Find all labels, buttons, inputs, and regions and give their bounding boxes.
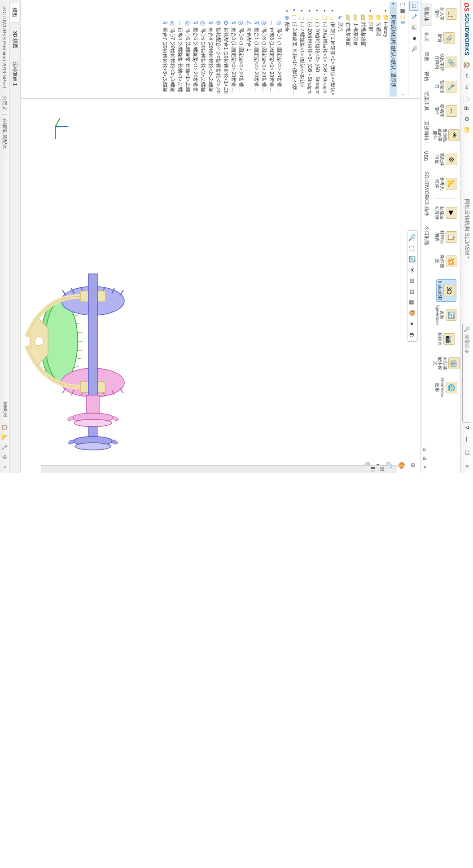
view-toolbar-button[interactable]: ◐ [408, 330, 416, 339]
tree-item[interactable]: ↳原点 [337, 2, 344, 97]
tree-item[interactable]: ◎同心3 (1.固定架<1>,20齿锥齿轮 [260, 2, 268, 97]
ribbon-cmd-更新Speedpak[interactable]: 🔄更新 Speedpak [434, 304, 459, 326]
taskpane-button[interactable]: ⊕ [409, 461, 418, 470]
panel-tool-icon[interactable]: ⊕ [400, 20, 406, 25]
view-toolbar-button[interactable]: ⊟ [408, 287, 416, 295]
view-toolbar-button[interactable]: ⊞ [408, 277, 416, 285]
qat-open-icon[interactable]: 📁 [463, 126, 471, 134]
ribbon-tab-直接编辑[interactable]: 直接编辑 [421, 117, 432, 144]
tree-item[interactable]: ◎同心7 (20齿锥齿轮<3>,3.螺旋 [169, 2, 176, 97]
tree-item[interactable]: ▾⊗配合 [283, 2, 291, 97]
ribbon-cmd-插入零部件[interactable]: ⬚插入零 部件 [434, 3, 459, 25]
tree-item[interactable]: ▸⬚(-) 20齿锥齿轮<2> (GB - Straight [314, 2, 321, 97]
feature-panel-tab[interactable]: 🔧 [410, 12, 420, 22]
tree-item[interactable]: ▸⬚(-) 20齿锥齿轮<1> (GB - Straight [321, 2, 329, 97]
tree-item[interactable]: ⚙齿轮配合1 (20齿锥齿轮<1>,20 [222, 2, 230, 97]
close-button[interactable]: ✕ [464, 462, 470, 471]
tree-item[interactable]: ⚙齿轮配合2 (20齿锥齿轮<2>,20 [215, 2, 222, 97]
tree-toggle-icon[interactable]: ▸ [300, 9, 305, 13]
tree-item[interactable]: ⊼重合1 (1.固定架<1>,20齿锥齿轮 [253, 2, 260, 97]
taskpane-tab-icon[interactable]: ◧ [370, 467, 377, 473]
tree-item[interactable]: ▸⬚(固定) 1.固定架<1> (默认<<默认> [329, 2, 337, 97]
view-toolbar-button[interactable]: ▦ [408, 298, 416, 306]
tree-toggle-icon[interactable]: ▸ [293, 9, 297, 13]
tree-toggle-icon[interactable]: ▸ [331, 9, 335, 13]
view-toolbar-button[interactable]: 🔍 [408, 234, 416, 242]
ribbon-cmd-RealView图形[interactable]: 🌐RealView 图形 [434, 376, 459, 399]
ribbon-cmd-配合[interactable]: 📎配合 [437, 27, 456, 49]
minimize-button[interactable]: — [464, 435, 470, 444]
ribbon-cmd-智能扣件[interactable]: 🔧智能扣 件 [434, 75, 459, 98]
qat-redo-icon[interactable]: ↪ [463, 83, 471, 91]
ribbon-cmd-显示隐藏的零部件[interactable]: 👁显示隐 藏的零 部件 [432, 124, 461, 146]
status-units[interactable]: MMGS [1, 398, 9, 421]
panel-tool-icon[interactable]: ⬚ [400, 14, 406, 19]
tree-item[interactable]: 上视基准面 [352, 2, 359, 97]
tree-expand-icon[interactable]: ▾ [391, 2, 396, 6]
tree-item[interactable]: ▸⬚(-) 20齿锥齿轮<3> (GB - Straight [306, 2, 314, 97]
orientation-triad[interactable] [42, 113, 69, 140]
tree-item[interactable]: 📁传感器 [375, 2, 382, 97]
tree-item[interactable]: ⊼重合7 (20齿锥齿轮<3>,3.螺旋 [161, 2, 169, 97]
tree-item[interactable]: ◎同心5 (20齿锥齿轮<2>,2.螺旋 [199, 2, 207, 97]
feature-panel-tab[interactable]: 🔍 [410, 44, 420, 54]
tree-item[interactable]: ◎同心6 (3.螺旋桨 长轴<1>,2.螺 [184, 2, 192, 97]
status-help-icon[interactable]: ? [1, 463, 9, 471]
ribbon-tab-布局[interactable]: 布局 [421, 28, 432, 45]
ribbon-cmd-拍快照[interactable]: 📷拍快照 [437, 328, 456, 350]
ribbon-cmd-参考几何体[interactable]: 📐参考几 何体 [434, 172, 459, 195]
tree-toggle-icon[interactable]: ▸ [369, 9, 373, 13]
tree-toggle-icon[interactable]: ▸ [323, 9, 328, 13]
qat-new-icon[interactable]: 📄 [463, 93, 471, 101]
panel-tool-icon[interactable]: ⬚ [400, 3, 406, 8]
ribbon-cmd-Instant3D[interactable]: 3DInstant3D [436, 279, 456, 302]
status-icon[interactable]: 📐 [1, 434, 9, 441]
status-icon[interactable]: ⚙ [1, 454, 9, 461]
tree-item[interactable]: 前视基准面 [359, 2, 367, 97]
tree-item[interactable]: ▸📁注解 [367, 2, 375, 97]
ribbon-cmd-爆炸视图[interactable]: 💥爆炸视 图 [434, 250, 459, 273]
tree-item[interactable]: ◎同心1 (1.固定架<1>,20齿锥齿轮 [276, 2, 283, 97]
close-doc-icon[interactable]: ✕ [421, 463, 429, 471]
ribbon-tab-草图[interactable]: 草图 [421, 48, 432, 65]
tree-toggle-icon[interactable]: ▸ [315, 9, 320, 13]
ribbon-cmd-装配体特征[interactable]: ⚙装配体 特征 [434, 148, 459, 171]
tree-toggle-icon[interactable]: ▸ [384, 9, 388, 13]
feature-panel-tab[interactable]: ⊕ [410, 33, 420, 43]
ribbon-expand-icon[interactable]: ⊞ [421, 454, 429, 462]
ribbon-tab-渲染工具[interactable]: 渲染工具 [421, 88, 432, 115]
bottom-tab-3D 视图[interactable]: 3D 视图 [10, 26, 20, 53]
panel-tool-icon[interactable]: ▦ [400, 9, 406, 13]
ribbon-cmd-材料明细表[interactable]: 📋材料明 细表 [434, 226, 459, 248]
chevron-right-icon[interactable]: › [400, 94, 406, 96]
tree-toggle-icon[interactable]: ▾ [285, 9, 289, 13]
tree-root-assembly[interactable]: ▾ ⬚ 同轴反转机构 (默认<默认_显示状态-1>) [390, 2, 397, 97]
bottom-tab-模型[interactable]: 模型 [11, 3, 20, 22]
tree-item[interactable]: ▸⬚(-) 3.螺旋桨 长轴<1> (默认<<默认> [291, 2, 298, 97]
graphics-viewport[interactable]: 🔍⬚🔄👁⊞⊟▦🎨●◐ ⊕🎨🔗●🔍 [21, 99, 420, 473]
tree-item[interactable]: ◎同心4 (1.固定架<1>,20齿锥齿轮 [237, 2, 245, 97]
tree-item[interactable]: ↔距离3 (3.螺旋桨 长轴<1>,2.螺 [176, 2, 184, 97]
ribbon-cmd-移动零部件[interactable]: ↔移动零 部件 [434, 100, 459, 122]
qat-undo-icon[interactable]: ↩ [463, 72, 471, 80]
tree-item[interactable]: 右视基准面 [344, 2, 352, 97]
tree-item[interactable]: ▸📁History [382, 2, 390, 97]
view-toolbar-button[interactable]: 👁 [408, 266, 416, 274]
taskpane-button[interactable]: 🎨 [397, 461, 406, 470]
status-icon[interactable]: 🔧 [1, 444, 9, 451]
view-toolbar-button[interactable]: ⬚ [408, 244, 416, 252]
feature-panel-tab[interactable]: 📊 [410, 22, 420, 32]
tree-toggle-icon[interactable]: ▸ [308, 9, 312, 13]
tree-item[interactable]: ↔距离3 (1.固定架<1>,20齿锥齿轮 [268, 2, 276, 97]
feature-panel-tab[interactable]: ⬚ [410, 1, 420, 11]
help-icon[interactable]: ? [464, 426, 470, 429]
ribbon-tab-装配体[interactable]: 装配体 [421, 3, 432, 26]
status-icon[interactable]: 📋 [1, 424, 9, 431]
maximize-button[interactable]: ❐ [464, 448, 470, 457]
tree-item[interactable]: ⊼重合6 (2.螺旋桨<1>,20齿锥齿 [192, 2, 199, 97]
ribbon-tab-SOLIDWORKS 插件[interactable]: SOLIDWORKS 插件 [421, 167, 432, 220]
ribbon-tab-今日制造[interactable]: 今日制造 [421, 222, 432, 249]
tree-item[interactable]: ▸⬚(-) 2.螺旋桨<1> (默认<<默认> [298, 2, 306, 97]
ribbon-tab-评估[interactable]: 评估 [421, 68, 432, 85]
ribbon-collapse-icon[interactable]: ⊟ [421, 445, 429, 453]
